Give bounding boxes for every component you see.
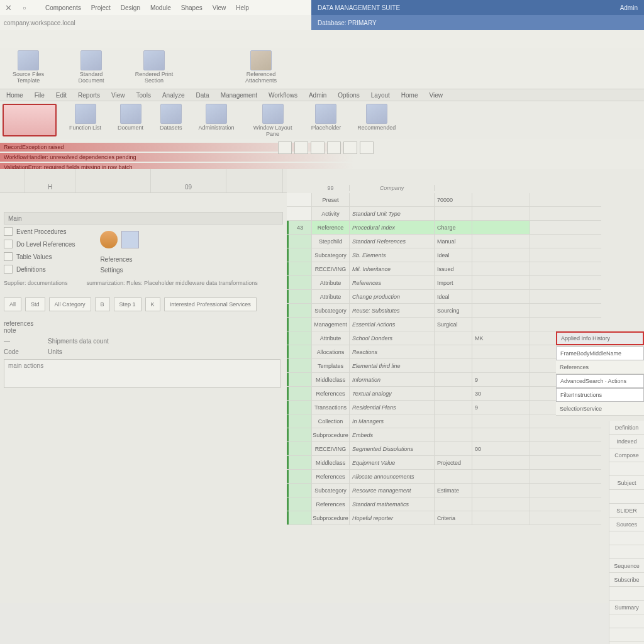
filter-all[interactable]: All (4, 297, 21, 311)
table-row[interactable]: ManagementEssential ActionsSurgical (287, 318, 601, 331)
far-cell[interactable]: Compose (609, 448, 644, 462)
toolbar-btn[interactable] (278, 142, 292, 154)
rb2-placeholder[interactable]: Placeholder (311, 104, 341, 138)
tab-analyze[interactable]: Analyze (162, 92, 185, 99)
table-row[interactable]: AllocationsReactions (287, 345, 601, 359)
cell-value[interactable] (472, 276, 530, 289)
cell-category[interactable]: Stepchild (312, 235, 350, 248)
cat-references[interactable]: References (100, 256, 139, 263)
close-icon[interactable]: ✕ (3, 2, 14, 13)
tab-options[interactable]: Options (338, 92, 359, 99)
cell-description[interactable]: Procedural Index (350, 221, 435, 234)
cell-status[interactable]: Sourcing (435, 304, 472, 317)
cell-value[interactable]: 00 (472, 442, 530, 455)
rb2-recommended[interactable]: Recommended (357, 104, 396, 138)
tab-file[interactable]: File (35, 92, 45, 99)
menu-project[interactable]: Project (87, 3, 114, 13)
cell-category[interactable]: Attribute (312, 331, 350, 345)
cell-status[interactable] (435, 497, 472, 511)
cell-description[interactable]: References (350, 276, 435, 289)
tab-home2[interactable]: Home (401, 92, 418, 99)
cell-category[interactable]: Subcategory (312, 248, 350, 262)
far-cell[interactable]: Definition (609, 421, 644, 435)
toolbar-btn[interactable] (311, 142, 325, 154)
cell-description[interactable]: School Donders (350, 331, 435, 345)
cell-description[interactable]: Segmented Dissolutions (350, 442, 435, 455)
cell-description[interactable]: Sb. Elements (350, 248, 435, 262)
cell-category[interactable]: Attribute (312, 276, 350, 289)
far-cell[interactable]: Subscribe (609, 573, 644, 587)
cell-category[interactable]: Subcategory (312, 484, 350, 497)
cell-status[interactable]: 70000 (435, 193, 472, 206)
property-row[interactable]: AdvancedSearch · Actions (556, 374, 644, 388)
table-row[interactable]: StepchildStandard ReferencesManual (287, 235, 601, 248)
table-row[interactable]: 43ReferenceProcedural IndexCharge (287, 221, 601, 235)
menu-help[interactable]: Help (232, 3, 253, 13)
cell-value[interactable] (472, 235, 530, 248)
tab-edit[interactable]: Edit (56, 92, 67, 99)
cell-description[interactable] (350, 193, 435, 206)
far-cell[interactable] (609, 531, 644, 545)
table-row[interactable]: MiddleclassEquipment ValueProjected (287, 456, 601, 470)
cat-level-references[interactable]: Do Level References (4, 240, 75, 248)
filter-b[interactable]: B (95, 297, 110, 311)
cell-value[interactable] (472, 456, 530, 469)
tab-admin[interactable]: Admin (309, 92, 326, 99)
filter-k[interactable]: K (145, 297, 160, 311)
filter-std[interactable]: Std (25, 297, 45, 311)
cell-category[interactable]: RECEIVING (312, 442, 350, 455)
cell-status[interactable] (435, 387, 472, 400)
far-cell[interactable]: Sources (609, 518, 644, 531)
tab-data[interactable]: Data (196, 92, 209, 99)
table-row[interactable]: ReferencesTextual analogy30 (287, 387, 601, 401)
rb2-document[interactable]: Document (118, 104, 143, 138)
far-cell[interactable] (609, 628, 644, 642)
col-09[interactable]: 09 (151, 169, 226, 192)
cell-status[interactable] (435, 359, 472, 372)
far-cell[interactable] (609, 614, 644, 628)
far-cell[interactable]: Summary (609, 601, 644, 614)
cell-category[interactable]: Allocations (312, 345, 350, 358)
cell-value[interactable] (472, 318, 530, 331)
cell-category[interactable]: Collection (312, 414, 350, 428)
filter-services[interactable]: Interested Professional Services (164, 297, 257, 311)
cell-status[interactable]: Projected (435, 456, 472, 469)
table-row[interactable]: TemplatesElemental third line (287, 359, 601, 373)
table-row[interactable]: AttributeChange productionIdeal (287, 290, 601, 304)
table-row[interactable]: SubprocedureHopeful reporterCriteria (287, 511, 601, 525)
user-status[interactable]: Admin (620, 4, 638, 11)
cell-value[interactable] (472, 207, 530, 220)
far-cell[interactable]: Subject (609, 476, 644, 490)
cell-description[interactable]: In Managers (350, 414, 435, 428)
tab-layout[interactable]: Layout (371, 92, 390, 99)
data-grid[interactable]: 99 Company Preset70000ActivityStandard U… (287, 169, 601, 525)
far-cell[interactable]: Indexed (609, 435, 644, 448)
cell-status[interactable] (435, 207, 472, 220)
cell-category[interactable]: Subprocedure (312, 511, 350, 525)
cell-description[interactable]: Standard Unit Type (350, 207, 435, 220)
table-row[interactable]: CollectionIn Managers (287, 414, 601, 428)
cell-value[interactable] (472, 248, 530, 262)
tab-management[interactable]: Management (221, 92, 257, 99)
rb2-admin[interactable]: Administration (199, 104, 235, 138)
cat-event-procedures[interactable]: Event Procedures (4, 227, 75, 236)
cell-description[interactable]: Reuse: Substitutes (350, 304, 435, 317)
property-row[interactable]: FilterInstructions (556, 388, 644, 402)
cell-category[interactable]: Reference (312, 221, 350, 234)
preview-thumbnail[interactable] (3, 104, 57, 136)
filter-allcat[interactable]: All Category (49, 297, 91, 311)
cat-definitions[interactable]: Definitions (4, 265, 75, 274)
cell-category[interactable]: Preset (312, 193, 350, 206)
rb2-function[interactable]: Function List (69, 104, 101, 138)
cell-description[interactable]: Mil. Inheritance (350, 262, 435, 275)
cell-description[interactable]: Equipment Value (350, 456, 435, 469)
far-cell[interactable]: Sequence (609, 559, 644, 573)
cell-description[interactable]: Information (350, 373, 435, 386)
cell-status[interactable]: Ideal (435, 248, 472, 262)
table-row[interactable]: RECEIVINGSegmented Dissolutions00 (287, 442, 601, 456)
cell-description[interactable]: Standard mathematics (350, 497, 435, 511)
far-cell[interactable] (609, 490, 644, 504)
save-icon[interactable]: ▫ (19, 2, 30, 13)
cell-category[interactable]: References (312, 387, 350, 400)
cell-description[interactable]: Resource management (350, 484, 435, 497)
